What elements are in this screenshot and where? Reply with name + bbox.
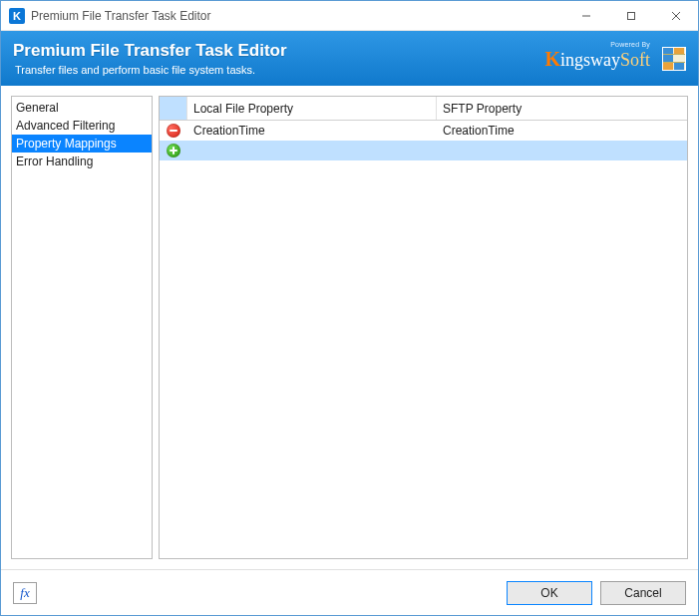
header-banner: Premium File Transfer Task Editor Transf…: [1, 31, 698, 86]
brand-powered-label: Powered By: [610, 41, 650, 48]
fx-icon: fx: [20, 585, 29, 601]
remove-row-button[interactable]: [160, 121, 187, 140]
svg-rect-0: [627, 12, 634, 19]
sidebar-item-general[interactable]: General: [12, 99, 152, 117]
task-icon: [662, 47, 686, 71]
window-title: Premium File Transfer Task Editor: [31, 9, 211, 23]
grid-row[interactable]: CreationTime CreationTime: [160, 121, 687, 141]
expression-button[interactable]: fx: [13, 582, 37, 604]
grid-header: Local File Property SFTP Property: [160, 97, 687, 121]
dialog-body: General Advanced Filtering Property Mapp…: [1, 86, 698, 569]
sidebar-item-label: Error Handling: [16, 154, 93, 168]
cancel-button[interactable]: Cancel: [600, 581, 686, 605]
sidebar-item-label: Property Mappings: [16, 137, 117, 151]
plus-icon: [167, 144, 180, 157]
app-icon: K: [9, 8, 25, 24]
minimize-button[interactable]: [563, 1, 608, 31]
grid-row-new[interactable]: [160, 141, 687, 160]
ok-button[interactable]: OK: [507, 581, 592, 605]
close-button[interactable]: [653, 1, 698, 31]
sidebar: General Advanced Filtering Property Mapp…: [11, 96, 153, 559]
grid-header-local-property[interactable]: Local File Property: [187, 97, 437, 120]
content-panel: Local File Property SFTP Property Creati…: [159, 96, 688, 559]
brand-logo: Powered By KingswaySoft: [544, 49, 650, 69]
add-row-button[interactable]: [160, 141, 187, 159]
header-title: Premium File Transfer Task Editor: [13, 41, 544, 61]
minus-icon: [167, 124, 180, 138]
header-subtitle: Transfer files and perform basic file sy…: [15, 64, 544, 76]
grid-cell-local-property[interactable]: [187, 141, 437, 159]
grid-cell-sftp-property[interactable]: CreationTime: [437, 121, 687, 140]
app-window: K Premium File Transfer Task Editor Prem…: [0, 0, 699, 616]
maximize-button[interactable]: [608, 1, 653, 31]
window-controls: [563, 1, 698, 31]
grid-header-sftp-property[interactable]: SFTP Property: [437, 97, 687, 120]
grid-cell-local-property[interactable]: CreationTime: [187, 121, 437, 140]
sidebar-item-advanced-filtering[interactable]: Advanced Filtering: [12, 117, 152, 135]
grid-header-icon-col: [160, 97, 187, 120]
button-label: Cancel: [624, 586, 661, 600]
sidebar-item-label: General: [16, 101, 59, 115]
button-label: OK: [540, 586, 557, 600]
sidebar-item-error-handling[interactable]: Error Handling: [12, 153, 152, 170]
title-bar: K Premium File Transfer Task Editor: [1, 1, 698, 31]
grid-cell-sftp-property[interactable]: [437, 141, 687, 159]
sidebar-item-property-mappings[interactable]: Property Mappings: [12, 135, 152, 153]
sidebar-item-label: Advanced Filtering: [16, 119, 115, 133]
dialog-footer: fx OK Cancel: [1, 569, 698, 615]
